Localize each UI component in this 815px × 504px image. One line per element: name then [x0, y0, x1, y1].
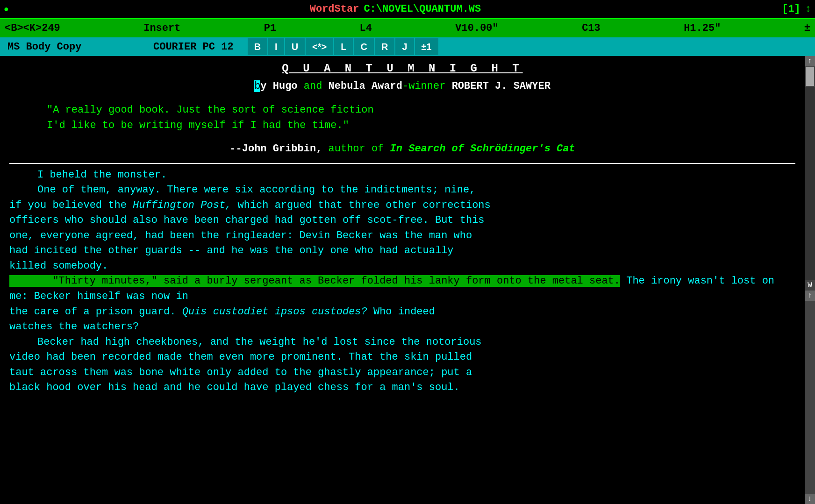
paragraph-4b: video had been recorded made them even m…: [9, 350, 795, 365]
paragraph-2d: one, everyone agreed, had been the ringl…: [9, 228, 795, 244]
text-content[interactable]: Q U A N T U M N I G H T by Hugo and Nebu…: [0, 56, 805, 504]
nebula-text: Nebula Award: [329, 80, 402, 92]
vertical-scrollbar[interactable]: ↑ W ↑ ↓: [805, 56, 815, 504]
author-name: ROBERT J. SAWYER: [452, 80, 550, 92]
paragraph-3b: the care of a prison guard. Quis custodi…: [9, 305, 795, 320]
paragraph-3-highlighted: "Thirty minutes," said a burly sergeant …: [9, 274, 795, 304]
scroll-up-arrow[interactable]: ↑: [805, 56, 815, 66]
book-title-block: Q U A N T U M N I G H T by Hugo and Nebu…: [9, 61, 795, 94]
bold-button[interactable]: B: [248, 38, 267, 55]
app-window: ● WordStar C:\NOVEL\QUANTUM.WS [1] ↕ <B>…: [0, 0, 815, 504]
hugo-text: Hugo: [273, 80, 298, 92]
section-divider: [9, 163, 795, 164]
content-area: Q U A N T U M N I G H T by Hugo and Nebu…: [0, 56, 815, 504]
paragraph-2: One of them, anyway. There were six acco…: [9, 183, 795, 198]
paragraph-1: I beheld the monster.: [9, 168, 795, 183]
latin-phrase: Quis custodiet ipsos custodes?: [176, 306, 367, 318]
app-name: WordStar: [310, 3, 359, 15]
p3-who: Who indeed: [367, 306, 435, 318]
huffington-post: Huffington Post,: [133, 199, 231, 211]
paragraph-2b: if you believed the Huffington Post, whi…: [9, 198, 795, 213]
paragraph-4c: taut across them was bone white only add…: [9, 365, 795, 381]
window-dot: ●: [4, 5, 9, 14]
body-text: I beheld the monster. One of them, anywa…: [9, 168, 795, 396]
book-name: In Search of Schrödinger's Cat: [390, 143, 575, 155]
title-arrow: ↕: [805, 3, 811, 15]
scroll-thumb[interactable]: [806, 67, 814, 86]
byline: by Hugo and Nebula Award-winner ROBERT J…: [9, 79, 795, 94]
cursor-indicator: b: [254, 80, 260, 92]
highlight-block-1: "Thirty minutes," said a burly sergeant …: [9, 275, 620, 287]
and-text: and: [304, 80, 329, 92]
attribution-author-word: author: [329, 143, 372, 155]
format-buttons: B I U <*> L C R J ±1: [248, 38, 438, 55]
byline-y: y: [260, 80, 266, 92]
p2-text1: One of them, anyway. There were six acco…: [37, 184, 475, 196]
page-num: P1: [264, 22, 276, 34]
status-bar: <B><K>249 Insert P1 L4 V10.00" C13 H1.25…: [0, 19, 815, 37]
align-right-button[interactable]: R: [375, 38, 394, 55]
align-center-button[interactable]: C: [354, 38, 373, 55]
style-name: MS Body Copy: [4, 41, 153, 53]
attribution-dashes: --John Gribbin,: [229, 143, 328, 155]
paragraph-3c: watches the watchers?: [9, 319, 795, 335]
justify-button[interactable]: J: [395, 38, 414, 55]
scroll-track[interactable]: [805, 87, 815, 280]
attribution: --John Gribbin, author of In Search of S…: [9, 142, 795, 156]
scroll-down-arrow[interactable]: ↓: [805, 494, 815, 504]
cursor-position: <B><K>249: [5, 22, 60, 34]
line-num: L4: [360, 22, 372, 34]
title-bar-right: [1] ↕: [782, 3, 811, 15]
spacing-button[interactable]: ±1: [415, 38, 438, 55]
paragraph-2e: had incited the other guards -- and he w…: [9, 243, 795, 259]
vertical-pos: V10.00": [455, 22, 498, 34]
col-num: C13: [582, 22, 601, 34]
paragraph-2c: officers who should also have been charg…: [9, 213, 795, 228]
font-name: COURIER PC 12: [153, 41, 248, 53]
title-bar-center: WordStar C:\NOVEL\QUANTUM.WS: [310, 3, 481, 15]
italic-button[interactable]: I: [268, 38, 284, 55]
attribution-of-word: of: [372, 143, 390, 155]
quote-block: "A really good book. Just the sort of sc…: [47, 102, 758, 133]
horiz-pos: H1.25": [684, 22, 721, 34]
paragraph-4a: Becker had high cheekbones, and the weig…: [9, 335, 795, 350]
format-bar: MS Body Copy COURIER PC 12 B I U <*> L C…: [0, 37, 815, 56]
p2-which: which argued that three other correction…: [231, 199, 491, 211]
title-bar: ● WordStar C:\NOVEL\QUANTUM.WS [1] ↕: [0, 0, 815, 19]
align-left-button[interactable]: L: [334, 38, 353, 55]
scroll-up-arrow2[interactable]: ↑: [805, 291, 815, 301]
w-marker: W: [808, 280, 812, 291]
underline-button[interactable]: U: [285, 38, 305, 55]
p2-believed: if you believed the: [9, 199, 133, 211]
insert-mode: Insert: [143, 22, 180, 34]
quote-line2: I'd like to be writing myself if I had t…: [47, 118, 758, 133]
paragraph-2f: killed somebody.: [9, 259, 795, 274]
file-path: C:\NOVEL\QUANTUM.WS: [364, 3, 481, 15]
p3-care: the care of a prison guard.: [9, 306, 176, 318]
page-indicator: [1]: [782, 3, 801, 15]
special-button[interactable]: <*>: [306, 38, 333, 55]
plus-minus: ±: [804, 22, 810, 34]
book-title: Q U A N T U M N I G H T: [9, 61, 795, 77]
paragraph-4d: black hood over his head and he could ha…: [9, 380, 795, 396]
quote-line1: "A really good book. Just the sort of sc…: [47, 102, 758, 118]
